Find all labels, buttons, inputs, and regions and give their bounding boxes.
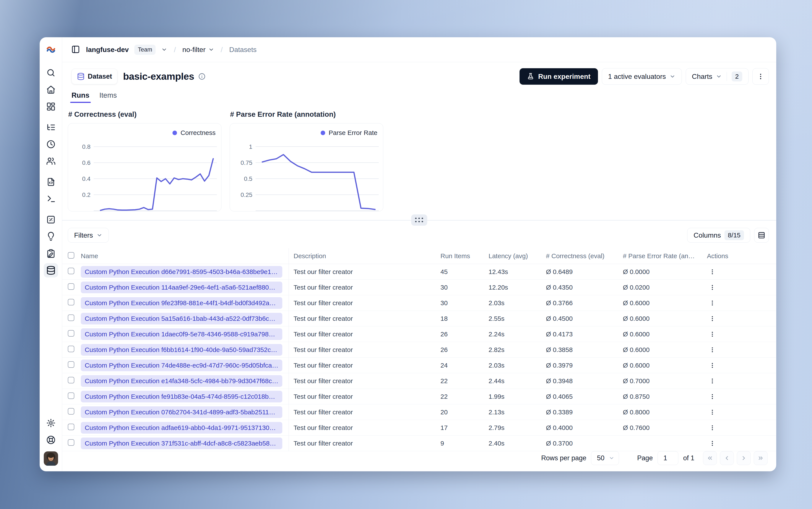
row-actions-button[interactable] xyxy=(707,329,718,340)
table-row[interactable]: Custom Python Execution f6bb1614-1f90-40… xyxy=(62,342,776,358)
row-actions-button[interactable] xyxy=(707,266,718,277)
row-checkbox[interactable] xyxy=(68,330,74,337)
chevron-down-icon xyxy=(670,73,676,79)
sidebar-toggle-icon[interactable] xyxy=(71,45,80,54)
row-actions-button[interactable] xyxy=(707,391,718,402)
row-checkbox[interactable] xyxy=(68,299,74,305)
run-name-link[interactable]: Custom Python Execution 076b2704-341d-48… xyxy=(81,406,282,418)
org-switcher-chevron-icon[interactable] xyxy=(161,46,167,53)
row-checkbox[interactable] xyxy=(68,268,74,274)
tab-items[interactable]: Items xyxy=(99,91,117,103)
more-actions-button[interactable] xyxy=(752,68,769,85)
row-checkbox[interactable] xyxy=(68,346,74,352)
sidebar-item-users[interactable] xyxy=(44,154,58,168)
next-page-button[interactable] xyxy=(737,451,751,465)
row-actions-button[interactable] xyxy=(707,376,718,386)
sidebar-item-search[interactable] xyxy=(44,66,58,80)
langfuse-logo[interactable] xyxy=(40,37,62,62)
page-number-input[interactable] xyxy=(657,451,678,465)
info-icon[interactable] xyxy=(198,73,205,80)
row-actions-button[interactable] xyxy=(707,313,718,324)
table-row[interactable]: Custom Python Execution 1daec0f9-5e78-43… xyxy=(62,327,776,342)
sidebar-item-settings[interactable] xyxy=(44,416,58,430)
run-name-link[interactable]: Custom Python Execution fe91b83e-04a5-47… xyxy=(81,391,282,402)
sidebar-item-home[interactable] xyxy=(44,82,58,97)
row-height-button[interactable] xyxy=(754,228,769,243)
row-checkbox[interactable] xyxy=(68,377,74,383)
run-description: Test our filter creator xyxy=(289,315,440,322)
column-header-parse-error[interactable]: # Parse Error Rate (an… xyxy=(623,252,705,260)
run-experiment-button[interactable]: Run experiment xyxy=(519,68,598,85)
user-avatar[interactable] xyxy=(44,451,58,466)
project-name[interactable]: no-filter xyxy=(182,46,214,54)
filters-button[interactable]: Filters xyxy=(68,228,109,243)
row-actions-button[interactable] xyxy=(707,438,718,449)
table-row[interactable]: Custom Python Execution 076b2704-341d-48… xyxy=(62,404,776,420)
sidebar-item-tracing[interactable] xyxy=(44,120,58,135)
chevrons-left-icon xyxy=(707,455,713,461)
row-checkbox[interactable] xyxy=(68,439,74,446)
sidebar-item-scores[interactable] xyxy=(44,212,58,227)
sidebar-item-support[interactable] xyxy=(44,433,58,447)
row-checkbox[interactable] xyxy=(68,361,74,368)
row-actions-button[interactable] xyxy=(707,407,718,417)
columns-button[interactable]: Columns 8/15 xyxy=(687,228,750,243)
table-row[interactable]: Custom Python Execution adfae619-abb0-4d… xyxy=(62,420,776,436)
row-actions-button[interactable] xyxy=(707,344,718,355)
table-row[interactable]: Custom Python Execution 5a15a616-1bab-44… xyxy=(62,311,776,327)
breadcrumb-section[interactable]: Datasets xyxy=(229,46,257,54)
row-checkbox[interactable] xyxy=(68,314,74,321)
tab-runs[interactable]: Runs xyxy=(71,91,90,103)
sidebar-item-sessions[interactable] xyxy=(44,137,58,151)
run-name-link[interactable]: Custom Python Execution 9fe23f98-881e-44… xyxy=(81,297,282,309)
run-name-link[interactable]: Custom Python Execution 1daec0f9-5e78-43… xyxy=(81,328,282,340)
row-actions-button[interactable] xyxy=(707,422,718,433)
column-header-correctness[interactable]: # Correctness (eval) xyxy=(546,252,623,260)
column-header-name[interactable]: Name xyxy=(81,248,289,264)
drag-handle[interactable] xyxy=(411,214,427,226)
run-items-value: 17 xyxy=(440,424,488,432)
run-name-link[interactable]: Custom Python Execution 74de488e-ec9d-47… xyxy=(81,360,282,371)
run-name-link[interactable]: Custom Python Execution 371f531c-abff-4d… xyxy=(81,438,282,449)
row-checkbox[interactable] xyxy=(68,393,74,399)
run-description: Test our filter creator xyxy=(289,299,440,307)
run-name-link[interactable]: Custom Python Execution 114aa9ef-29e6-4e… xyxy=(81,281,282,293)
first-page-button[interactable] xyxy=(703,451,717,465)
table-row[interactable]: Custom Python Execution 371f531c-abff-4d… xyxy=(62,436,776,451)
table-row[interactable]: Custom Python Execution 9fe23f98-881e-44… xyxy=(62,295,776,311)
sidebar-item-judge[interactable] xyxy=(44,229,58,244)
run-name-link[interactable]: Custom Python Execution f6bb1614-1f90-40… xyxy=(81,344,282,355)
run-items-value: 22 xyxy=(440,377,488,385)
row-checkbox[interactable] xyxy=(68,283,74,290)
prev-page-button[interactable] xyxy=(720,451,734,465)
row-actions-button[interactable] xyxy=(707,360,718,371)
sidebar-item-datasets[interactable] xyxy=(44,263,58,277)
table-row[interactable]: Custom Python Execution fe91b83e-04a5-47… xyxy=(62,389,776,404)
table-row[interactable]: Custom Python Execution 114aa9ef-29e6-4e… xyxy=(62,280,776,295)
rows-per-page-select[interactable]: 50 xyxy=(591,451,619,465)
table-row[interactable]: Custom Python Execution e14fa348-5cfc-49… xyxy=(62,373,776,389)
sidebar-item-dashboard[interactable] xyxy=(44,99,58,114)
project-switcher-chevron-icon[interactable] xyxy=(208,46,214,53)
run-name-link[interactable]: Custom Python Execution adfae619-abb0-4d… xyxy=(81,422,282,434)
column-header-run-items[interactable]: Run Items xyxy=(440,252,488,260)
row-actions-button[interactable] xyxy=(707,282,718,293)
row-checkbox[interactable] xyxy=(68,408,74,414)
sidebar-item-prompts[interactable] xyxy=(44,175,58,189)
select-all-checkbox[interactable] xyxy=(68,252,74,259)
evaluators-button[interactable]: 1 active evaluators xyxy=(602,68,682,85)
last-page-button[interactable] xyxy=(754,451,768,465)
sidebar-item-playground[interactable] xyxy=(44,192,58,206)
row-checkbox[interactable] xyxy=(68,423,74,430)
charts-button[interactable]: Charts 2 xyxy=(686,68,748,85)
column-header-latency[interactable]: Latency (avg) xyxy=(488,252,546,260)
run-name-link[interactable]: Custom Python Execution e14fa348-5cfc-49… xyxy=(81,375,282,387)
run-name-link[interactable]: Custom Python Execution 5a15a616-1bab-44… xyxy=(81,313,282,325)
table-row[interactable]: Custom Python Execution 74de488e-ec9d-47… xyxy=(62,358,776,373)
org-name[interactable]: langfuse-dev xyxy=(86,46,129,54)
row-actions-button[interactable] xyxy=(707,298,718,308)
sidebar-item-annotation[interactable] xyxy=(44,246,58,261)
run-name-link[interactable]: Custom Python Execution d66e7991-8595-45… xyxy=(81,266,282,278)
column-header-description[interactable]: Description xyxy=(289,252,440,260)
table-row[interactable]: Custom Python Execution d66e7991-8595-45… xyxy=(62,264,776,280)
